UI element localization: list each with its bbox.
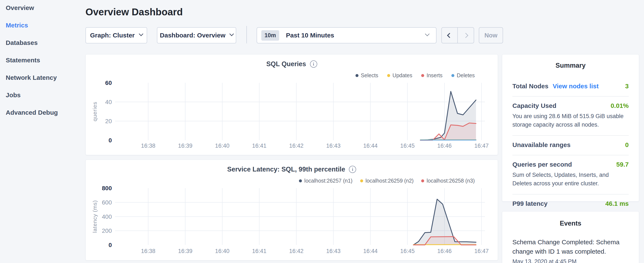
- summary-row-value: 0.01%: [610, 102, 629, 109]
- chevron-down-icon: [230, 32, 234, 36]
- summary-panel: Summary Total Nodes View nodes list 3 Ca…: [502, 54, 639, 201]
- summary-row-main: Queries per second 59.7: [512, 161, 629, 168]
- summary-row-main: Unavailable ranges 0: [512, 141, 629, 149]
- svg-text:16:39: 16:39: [178, 143, 192, 149]
- summary-row-label: Total Nodes: [512, 83, 548, 90]
- legend-dot-icon: [451, 74, 454, 77]
- svg-text:16:43: 16:43: [326, 248, 340, 254]
- svg-text:20: 20: [105, 118, 112, 124]
- event-message: Schema Change Completed: Schema change w…: [512, 237, 629, 256]
- graph-dropdown[interactable]: Graph: Cluster: [86, 27, 147, 43]
- chart-title-row: Service Latency: SQL, 99th percentile i: [86, 166, 498, 173]
- summary-row-main: Capacity Used 0.01%: [512, 102, 629, 109]
- dashboard-dropdown-label: Dashboard: Overview: [160, 32, 225, 39]
- chart-title: Service Latency: SQL, 99th percentile: [227, 166, 345, 173]
- svg-text:400: 400: [102, 213, 112, 220]
- svg-text:16:41: 16:41: [252, 143, 266, 149]
- legend-label: Inserts: [426, 72, 442, 79]
- sidebar-item[interactable]: Advanced Debug: [6, 109, 58, 116]
- legend-dot-icon: [299, 179, 302, 182]
- chevron-down-icon: [425, 32, 430, 36]
- sidebar: Overview Metrics Databases Statements Ne…: [0, 0, 81, 263]
- svg-text:16:43: 16:43: [326, 143, 340, 149]
- time-range-dropdown[interactable]: 10m Past 10 Minutes: [256, 27, 436, 43]
- info-icon[interactable]: i: [310, 60, 317, 68]
- step-forward-button[interactable]: [458, 28, 474, 43]
- svg-text:0: 0: [108, 137, 112, 144]
- svg-text:16:46: 16:46: [437, 143, 452, 149]
- chevron-down-icon: [138, 32, 143, 36]
- svg-text:0: 0: [108, 242, 112, 248]
- time-step-buttons: [442, 27, 474, 43]
- chevron-right-icon: [463, 33, 468, 38]
- legend-dot-icon: [356, 74, 358, 77]
- view-nodes-list-link[interactable]: View nodes list: [552, 83, 598, 90]
- legend-item: localhost:26259 (n2): [360, 178, 414, 184]
- svg-text:40: 40: [105, 99, 112, 105]
- time-range-badge: 10m: [261, 30, 279, 41]
- sidebar-item[interactable]: Network Latency: [6, 75, 57, 81]
- page-title: Overview Dashboard: [86, 7, 183, 17]
- graph-dropdown-label: Graph: Cluster: [90, 32, 134, 39]
- svg-text:16:42: 16:42: [289, 248, 304, 254]
- legend-item: localhost:26257 (n1): [299, 178, 352, 184]
- summary-rows: Total Nodes View nodes list 3 Capacity U…: [512, 77, 629, 214]
- sidebar-item[interactable]: Databases: [6, 40, 38, 46]
- service-latency-chart-card: 020040060080016:3816:3916:4016:4116:4216…: [86, 160, 498, 260]
- legend-dot-icon: [387, 74, 390, 77]
- chart-title-row: SQL Queries i: [86, 60, 498, 68]
- events-title: Events: [512, 220, 629, 227]
- summary-row-main: Total Nodes View nodes list 3: [512, 83, 629, 90]
- summary-row: Total Nodes View nodes list 3: [512, 77, 629, 96]
- svg-text:16:40: 16:40: [215, 143, 230, 149]
- legend-label: localhost:26257 (n1): [304, 178, 352, 184]
- toolbar-divider: [246, 26, 247, 43]
- summary-title: Summary: [512, 62, 629, 69]
- svg-text:16:45: 16:45: [400, 143, 415, 149]
- now-button[interactable]: Now: [479, 27, 503, 43]
- step-back-button[interactable]: [442, 28, 458, 43]
- sidebar-item[interactable]: Metrics: [6, 22, 28, 29]
- chart-legend: localhost:26257 (n1) localhost:26259 (n2…: [299, 178, 475, 184]
- svg-text:16:41: 16:41: [252, 248, 266, 254]
- svg-text:16:47: 16:47: [474, 143, 489, 149]
- summary-row-value: 59.7: [616, 161, 629, 168]
- dashboard-dropdown[interactable]: Dashboard: Overview: [157, 27, 236, 43]
- summary-row-value: 3: [625, 83, 629, 90]
- summary-row-label: Capacity Used: [512, 102, 556, 109]
- sql-queries-plot: 020406016:3816:3916:4016:4116:4216:4316:…: [86, 55, 498, 155]
- svg-text:16:44: 16:44: [363, 248, 378, 254]
- sidebar-item[interactable]: Overview: [6, 5, 34, 11]
- summary-row: Unavailable ranges 0: [512, 135, 629, 155]
- svg-text:16:42: 16:42: [289, 143, 304, 149]
- svg-text:16:40: 16:40: [215, 248, 230, 254]
- svg-text:16:38: 16:38: [141, 143, 156, 149]
- summary-row-label: P99 latency: [512, 200, 548, 207]
- summary-row-main: P99 latency 46.1 ms: [512, 200, 629, 207]
- summary-row-description: You are using 28.6 MiB of 515.9 GiB usab…: [512, 112, 629, 129]
- info-icon[interactable]: i: [349, 166, 356, 173]
- summary-row-label: Unavailable ranges: [512, 141, 570, 149]
- legend-dot-icon: [421, 179, 424, 182]
- event-item: Schema Change Completed: Schema change w…: [512, 237, 629, 263]
- svg-text:16:45: 16:45: [400, 248, 415, 254]
- svg-text:200: 200: [102, 227, 112, 234]
- svg-text:16:39: 16:39: [178, 248, 192, 254]
- sidebar-item[interactable]: Jobs: [6, 92, 20, 98]
- svg-text:latency (ms): latency (ms): [92, 200, 98, 233]
- summary-row-value: 0: [625, 141, 629, 149]
- legend-item: Selects: [356, 72, 378, 79]
- sql-queries-chart-card: 020406016:3816:3916:4016:4116:4216:4316:…: [86, 54, 498, 155]
- legend-item: Deletes: [451, 72, 475, 79]
- sidebar-item[interactable]: Statements: [6, 57, 40, 63]
- summary-row-label: Queries per second: [512, 161, 572, 168]
- chevron-left-icon: [447, 33, 452, 38]
- summary-row: P99 latency 46.1 ms: [512, 194, 629, 214]
- event-timestamp: May 13, 2020 at 4:45 PM: [512, 258, 629, 263]
- legend-label: Updates: [392, 72, 412, 79]
- legend-dot-icon: [360, 179, 363, 182]
- chart-title: SQL Queries: [266, 60, 306, 68]
- legend-label: Selects: [361, 72, 378, 79]
- svg-text:600: 600: [102, 199, 112, 206]
- summary-row: Queries per second 59.7 Sum of Selects, …: [512, 155, 629, 194]
